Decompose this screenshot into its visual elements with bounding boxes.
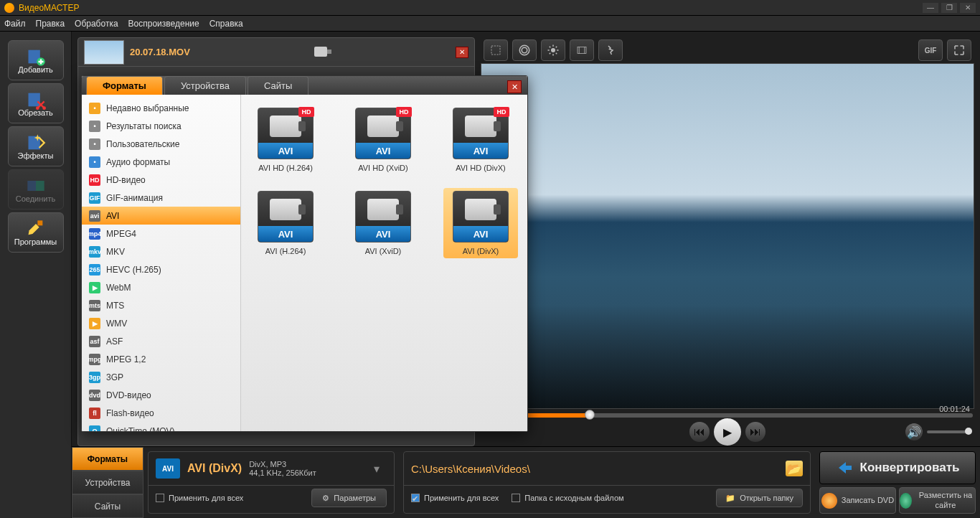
- open-folder-button[interactable]: 📁Открыть папку: [716, 489, 803, 507]
- volume-icon[interactable]: 🔊: [905, 423, 923, 441]
- format-rate: 44,1 KHz, 256Кбит: [249, 468, 316, 477]
- format-name: AVI (DivX): [187, 462, 242, 475]
- menu-help[interactable]: Справка: [209, 19, 243, 29]
- format-category-item[interactable]: aviAVI: [82, 207, 240, 225]
- play-button[interactable]: ▶: [714, 418, 741, 446]
- format-popup: Форматы Устройства Сайты ✕ •Недавно выбр…: [81, 75, 528, 432]
- volume-slider[interactable]: [927, 430, 970, 433]
- svg-rect-6: [27, 181, 36, 191]
- format-category-item[interactable]: •Аудио форматы: [82, 153, 240, 171]
- svg-rect-7: [36, 181, 44, 191]
- format-card[interactable]: AVIAVI (H.264): [248, 188, 323, 258]
- popup-tab-devices[interactable]: Устройства: [164, 76, 246, 95]
- format-category-item[interactable]: •Результаты поиска: [82, 117, 240, 135]
- titlebar: ВидеоМАСТЕР — ❐ ✕: [0, 0, 980, 16]
- format-category-item[interactable]: dvdDVD-видео: [82, 386, 240, 404]
- format-grid: HDAVIAVI HD (H.264)HDAVIAVI HD (XviD)HDA…: [241, 95, 527, 432]
- svg-rect-2: [28, 93, 39, 107]
- popup-tab-formats[interactable]: Форматы: [86, 76, 163, 95]
- tab-formats[interactable]: Форматы: [72, 447, 143, 471]
- convert-icon: [836, 459, 853, 476]
- format-card[interactable]: HDAVIAVI HD (XviD): [346, 105, 420, 175]
- format-card[interactable]: AVIAVI (XviD): [346, 188, 420, 258]
- format-category-item[interactable]: mpgMPEG 1,2: [82, 350, 240, 368]
- svg-rect-9: [314, 47, 327, 57]
- camera-icon: [313, 44, 333, 61]
- format-status: AVI AVI (DivX) DivX, MP3 44,1 KHz, 256Кб…: [148, 451, 395, 514]
- format-dropdown-icon[interactable]: ▾: [374, 462, 387, 476]
- fullscreen-icon[interactable]: [947, 39, 971, 61]
- format-category-item[interactable]: QQuickTime (MOV): [82, 422, 240, 432]
- format-category-item[interactable]: GIFGIF-анимация: [82, 189, 240, 207]
- format-category-item[interactable]: mtsMTS: [82, 296, 240, 314]
- close-button[interactable]: ✕: [960, 3, 976, 13]
- video-preview[interactable]: [481, 63, 974, 409]
- menu-play[interactable]: Воспроизведение: [128, 19, 199, 29]
- svg-point-14: [551, 48, 555, 52]
- format-category-item[interactable]: ▶WebM: [82, 278, 240, 296]
- format-category-item[interactable]: HDHD-видео: [82, 171, 240, 189]
- format-category-item[interactable]: mp4MPEG4: [82, 225, 240, 242]
- upload-web-button[interactable]: Разместить на сайте: [899, 487, 976, 514]
- svg-point-13: [519, 45, 529, 55]
- file-name: 20.07.18.MOV: [130, 47, 190, 57]
- output-path: C:\Users\Ксения\Videos\: [411, 463, 530, 475]
- format-card[interactable]: AVIAVI (DivX): [443, 188, 518, 258]
- burn-dvd-button[interactable]: Записать DVD: [819, 487, 896, 514]
- dvd-icon: [821, 493, 837, 509]
- folder-icon: 📁: [725, 494, 735, 503]
- bottom-tabs: Форматы Устройства Сайты: [72, 447, 143, 518]
- minimize-button[interactable]: —: [923, 3, 938, 13]
- gear-icon: ⚙: [322, 494, 329, 503]
- brightness-icon[interactable]: [541, 39, 565, 61]
- menu-process[interactable]: Обработка: [75, 19, 118, 29]
- film-icon[interactable]: [570, 39, 594, 61]
- next-button[interactable]: ⏭: [745, 422, 765, 442]
- svg-rect-11: [491, 46, 500, 55]
- crop-icon[interactable]: [484, 39, 508, 61]
- tab-sites[interactable]: Сайты: [72, 494, 143, 518]
- convert-button[interactable]: Конвертировать: [819, 451, 976, 484]
- svg-rect-8: [37, 220, 42, 225]
- left-toolbar: Добавить Обрезать Эффекты Соединить Прог…: [0, 32, 72, 518]
- app-icon: [4, 3, 14, 13]
- menu-file[interactable]: Файл: [4, 19, 26, 29]
- format-category-item[interactable]: ▶WMV: [82, 314, 240, 332]
- svg-rect-15: [578, 47, 586, 54]
- effects-button[interactable]: Эффекты: [8, 126, 64, 166]
- prev-button[interactable]: ⏮: [689, 422, 710, 442]
- remove-file-button[interactable]: ✕: [456, 47, 468, 58]
- format-category-item[interactable]: flFlash-видео: [82, 404, 240, 422]
- maximize-button[interactable]: ❐: [941, 3, 957, 13]
- file-thumb: [84, 40, 124, 65]
- menubar: Файл Правка Обработка Воспроизведение Сп…: [0, 16, 980, 32]
- format-codec: DivX, MP3: [249, 460, 316, 468]
- merge-button[interactable]: Соединить: [8, 169, 64, 209]
- programs-button[interactable]: Программы: [8, 212, 64, 253]
- popup-tab-sites[interactable]: Сайты: [248, 76, 308, 95]
- menu-edit[interactable]: Правка: [36, 19, 65, 29]
- app-title: ВидеоМАСТЕР: [19, 3, 79, 13]
- params-button[interactable]: ⚙Параметры: [311, 489, 387, 507]
- out-apply-all-check[interactable]: ✔Применить для всех: [411, 494, 499, 502]
- speed-icon[interactable]: [598, 39, 623, 61]
- format-category-item[interactable]: •Недавно выбранные: [82, 99, 240, 117]
- format-category-item[interactable]: •Пользовательские: [82, 135, 240, 153]
- apply-all-check[interactable]: Применить для всех: [156, 494, 243, 502]
- browse-folder-icon[interactable]: 📂: [786, 461, 803, 476]
- popup-close-icon[interactable]: ✕: [507, 80, 522, 93]
- source-folder-check[interactable]: Папка с исходным файлом: [512, 494, 623, 502]
- gif-button[interactable]: GIF: [918, 39, 943, 61]
- format-category-item[interactable]: mkvMKV: [82, 242, 240, 260]
- format-category-item[interactable]: 3gp3GP: [82, 368, 240, 386]
- format-category-list: •Недавно выбранные•Результаты поиска•Пол…: [82, 95, 241, 432]
- add-button[interactable]: Добавить: [8, 40, 64, 80]
- settings-icon[interactable]: [512, 39, 537, 61]
- format-category-item[interactable]: 265HEVC (H.265): [82, 260, 240, 278]
- cut-button[interactable]: Обрезать: [8, 83, 64, 123]
- file-item[interactable]: 20.07.18.MOV ✕: [78, 38, 474, 67]
- format-category-item[interactable]: asfASF: [82, 332, 240, 350]
- format-card[interactable]: HDAVIAVI HD (H.264): [248, 105, 323, 175]
- format-card[interactable]: HDAVIAVI HD (DivX): [443, 105, 518, 175]
- tab-devices[interactable]: Устройства: [72, 471, 143, 494]
